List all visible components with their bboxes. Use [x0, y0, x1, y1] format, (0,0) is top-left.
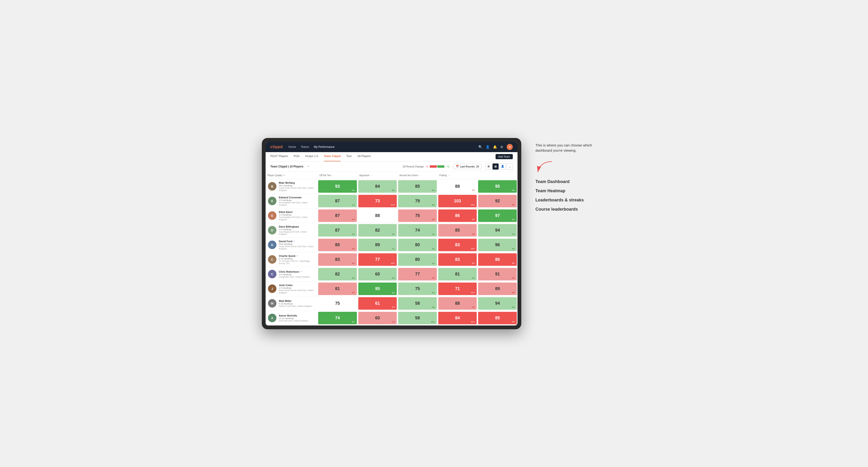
score-value: 82	[375, 228, 380, 233]
score-cell-2: 752▲	[398, 283, 437, 295]
sort-arrow-tee: —	[332, 174, 334, 177]
score-change: 21▲	[471, 321, 475, 323]
table-header: Player Quality ▼ Off the Tee — Approach …	[266, 172, 518, 179]
table-row[interactable]: JJosh Coles1-5 HandicapRoyal North Devon…	[266, 282, 518, 296]
score-cell-1: 88	[358, 210, 397, 222]
player-info: Dave Billingham1-5 HandicapGog Magog Gol…	[279, 225, 315, 236]
table-row[interactable]: EElliot Ebert1-5 HandicapSunningdale Gol…	[266, 209, 518, 223]
score-value: 95	[375, 286, 380, 291]
search-icon[interactable]: 🔍	[478, 145, 483, 149]
score-value: 85	[455, 228, 460, 233]
player-cell: BBlair McHargPlus HandicapRoyal North De…	[266, 179, 317, 194]
score-value: 93	[335, 184, 340, 189]
avatar: C	[268, 270, 276, 278]
player-info: Blair McHargPlus HandicapRoyal North Dev…	[279, 181, 315, 191]
player-handicap: Plus Handicap	[279, 243, 315, 245]
table-row[interactable]: EEdward Crossman1-5 HandicapSunningdale …	[266, 194, 518, 209]
score-change: 9▲	[512, 189, 515, 191]
score-value: 88	[455, 184, 460, 189]
score-value: 103	[454, 198, 461, 204]
score-value: 81	[455, 272, 460, 277]
grid-view-button[interactable]: ⊞	[486, 163, 492, 169]
player-info: Aaron Nicholls11-15 HandicapDrift Golf C…	[279, 314, 309, 322]
score-value: 71	[455, 286, 460, 291]
score-cell-3: 881▼	[438, 180, 477, 193]
person-icon[interactable]: 👤	[486, 145, 490, 149]
settings-icon[interactable]: ⚙	[500, 145, 503, 149]
annotation-panel: This is where you can choose which dashb…	[531, 138, 606, 217]
score-value: 89	[375, 243, 380, 247]
score-cell-0: 873▼	[318, 210, 357, 222]
tab-hcaps[interactable]: Hcaps 1-5	[305, 152, 318, 161]
heat-view-button[interactable]: ▦	[493, 163, 499, 169]
table-row[interactable]: DDave Billingham1-5 HandicapGog Magog Go…	[266, 223, 518, 238]
arrow-container	[535, 160, 601, 175]
menu-item-team-heatmap[interactable]: Team Heatmap	[535, 188, 601, 193]
score-cell-2: 801▲	[398, 253, 437, 266]
sort-arrow-green: —	[419, 174, 421, 177]
player-club: Woburn Golf Club, United Kingdom	[279, 305, 312, 307]
avatar: C	[268, 255, 276, 264]
score-change: 3▼	[432, 218, 435, 220]
sort-arrow: ▼	[283, 174, 285, 177]
tab-pgat[interactable]: PGAT Players	[270, 152, 288, 161]
last-rounds-button[interactable]: 📅 Last Rounds: 20	[453, 164, 482, 169]
download-button[interactable]: ↓	[507, 163, 513, 169]
menu-item-leaderboards[interactable]: Leaderboards & streaks	[535, 198, 601, 203]
player-club: Sunningdale Golf Club, United Kingdom	[279, 216, 315, 221]
score-change: 4▲	[472, 277, 475, 279]
score-change: 3▼	[352, 248, 355, 250]
score-value: 86	[495, 257, 500, 262]
menu-item-team-dashboard[interactable]: Team Dashboard	[535, 179, 601, 184]
menu-item-course-leaderboards[interactable]: Course leaderboards	[535, 207, 601, 212]
player-name: Chris Robertson ✓	[279, 270, 310, 273]
table-row[interactable]: BBlair McHargPlus HandicapRoyal North De…	[266, 179, 518, 194]
verified-icon: ✓	[297, 255, 299, 257]
tab-team-clippd[interactable]: Team Clippd	[324, 152, 341, 161]
nav-link-teams[interactable]: Teams	[301, 144, 309, 150]
score-cell-1: 897▲	[358, 239, 397, 251]
score-cell-3: 814▲	[438, 268, 477, 280]
tab-all-players[interactable]: All Players	[357, 152, 371, 161]
score-value: 97	[495, 213, 500, 218]
avatar[interactable]: U	[507, 144, 513, 150]
score-cell-4: 943▲	[478, 297, 517, 310]
score-change: 3▲	[432, 248, 435, 250]
add-team-button[interactable]: Add Team	[496, 154, 513, 159]
score-cell-3: 882▼	[438, 297, 477, 310]
nav-link-my-performance[interactable]: My Performance	[314, 144, 335, 150]
score-change: 2▼	[472, 306, 475, 308]
score-value: 75	[415, 286, 420, 291]
score-value: 58	[415, 301, 420, 306]
nav-link-home[interactable]: Home	[288, 144, 296, 150]
table-row[interactable]: AAaron Nicholls11-15 HandicapDrift Golf …	[266, 311, 518, 325]
table-row[interactable]: CChris Robertson ✓1-5 HandicapCraigmilla…	[266, 267, 518, 282]
tab-pga[interactable]: PGA	[294, 152, 300, 161]
player-name: Elliot Ebert	[279, 211, 315, 214]
avatar: B	[268, 182, 276, 191]
score-value: 58	[415, 316, 420, 320]
score-cell-4: 913▼	[478, 268, 517, 280]
table-row[interactable]: CCharlie Quick ✓6-10 HandicapSt. George'…	[266, 252, 518, 267]
score-change: 3▼	[352, 262, 355, 264]
score-cell-4: 975▲	[478, 210, 517, 222]
score-change: 4▼	[512, 321, 515, 323]
edit-icon[interactable]: ✏	[307, 165, 309, 168]
score-change: 8▲	[432, 189, 435, 191]
score-cell-0: 934▲	[318, 180, 357, 193]
table-body: BBlair McHargPlus HandicapRoyal North De…	[266, 179, 518, 325]
score-change: 3▼	[512, 277, 515, 279]
score-change: 2▼	[512, 291, 515, 294]
annotation-intro: This is where you can choose which dashb…	[535, 143, 601, 153]
tab-tour[interactable]: Tour	[346, 152, 352, 161]
table-row[interactable]: MMatt Miller6-10 HandicapWoburn Golf Clu…	[266, 296, 518, 311]
bell-icon[interactable]: 🔔	[493, 145, 497, 149]
player-club: Sunningdale Golf Club, United Kingdom	[279, 201, 315, 206]
player-handicap: 1-5 Handicap	[279, 287, 315, 289]
table-row[interactable]: DDavid Ford ✓Plus HandicapRoyal North De…	[266, 238, 518, 252]
round-change: 20 Round Change -5 +5	[403, 165, 450, 168]
person-view-button[interactable]: 👤	[500, 163, 506, 169]
score-cell-0: 813▼	[318, 283, 357, 295]
player-info: Matt Miller6-10 HandicapWoburn Golf Club…	[279, 300, 312, 307]
score-cell-2: 753▼	[398, 210, 437, 222]
